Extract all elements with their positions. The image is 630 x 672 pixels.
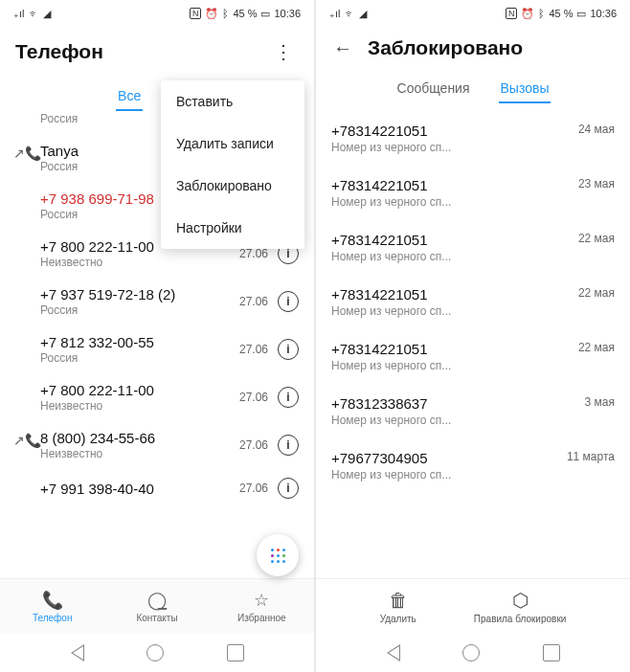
blocked-date: 22 мая	[578, 286, 615, 300]
blocked-item[interactable]: +78314221051 Номер из черного сп... 24 м…	[316, 111, 630, 166]
blocked-date: 3 мая	[585, 395, 615, 409]
battery-percent: 45 %	[549, 8, 573, 19]
blocked-item[interactable]: +78312338637 Номер из черного сп... 3 ма…	[316, 384, 630, 438]
call-region: Неизвестно	[40, 447, 239, 460]
call-item[interactable]: +7 937 519-72-18 (2) Россия 27.06 i	[0, 278, 314, 325]
info-button[interactable]: i	[278, 387, 299, 408]
menu-delete-records[interactable]: Удалить записи	[161, 123, 304, 165]
phone-screen-right: ₊ıl ᯤ ◢ N ⏰ ᛒ 45 % ▭ 10:36 ← Заблокирова…	[316, 0, 630, 672]
blocked-reason: Номер из черного сп...	[331, 414, 585, 427]
blocked-reason: Номер из черного сп...	[331, 359, 578, 372]
dialpad-fab[interactable]	[257, 534, 299, 576]
phone-screen-left: ₊ıl ᯤ ◢ N ⏰ ᛒ 45 % ▭ 10:36 Телефон ⋮ Все…	[0, 0, 314, 672]
call-number: +7 812 332-00-55	[40, 334, 239, 350]
call-date: 27.06	[239, 343, 268, 356]
nav-favorites[interactable]: ☆ Избранное	[210, 579, 314, 634]
blocked-list[interactable]: +78314221051 Номер из черного сп... 24 м…	[316, 103, 630, 578]
menu-paste[interactable]: Вставить	[161, 80, 304, 123]
blocked-item[interactable]: +79677304905 Номер из черного сп... 11 м…	[316, 438, 630, 493]
status-bar: ₊ıl ᯤ ◢ N ⏰ ᛒ 45 % ▭ 10:36	[316, 0, 630, 27]
call-number: +7 991 398-40-40	[40, 481, 239, 497]
blocked-item[interactable]: +78314221051 Номер из черного сп... 22 м…	[316, 329, 630, 384]
blocked-item[interactable]: +78314221051 Номер из черного сп... 22 м…	[316, 275, 630, 329]
star-icon: ☆	[254, 590, 269, 611]
clock: 10:36	[590, 8, 617, 19]
call-region: Неизвестно	[40, 256, 239, 269]
rules-label: Правила блокировки	[474, 614, 567, 624]
blocked-reason: Номер из черного сп...	[331, 141, 578, 154]
blocked-date: 11 марта	[567, 450, 615, 463]
alarm-icon: ⏰	[521, 8, 534, 20]
nav-phone[interactable]: 📞 Телефон	[0, 579, 104, 634]
call-date: 27.06	[239, 391, 268, 404]
rules-icon: ⬡	[512, 589, 529, 612]
info-button[interactable]: i	[278, 478, 299, 499]
rules-action[interactable]: ⬡ Правила блокировки	[474, 589, 567, 624]
call-date: 27.06	[239, 295, 268, 308]
sys-back-button[interactable]	[386, 644, 399, 661]
blocked-number: +78314221051	[331, 123, 578, 139]
call-item[interactable]: +7 812 332-00-55 Россия 27.06 i	[0, 325, 314, 373]
info-button[interactable]: i	[278, 435, 299, 456]
delete-action[interactable]: 🗑 Удалить	[380, 590, 416, 624]
call-date: 27.06	[239, 482, 268, 495]
tab-messages[interactable]: Сообщения	[395, 75, 472, 103]
nav-contacts[interactable]: ◯̲ Контакты	[104, 579, 209, 634]
outgoing-call-icon: ↗📞	[13, 433, 41, 448]
nav-phone-label: Телефон	[33, 613, 72, 623]
wifi-icon: ᯤ	[29, 8, 39, 19]
blocked-number: +78314221051	[331, 286, 578, 302]
blocked-date: 24 мая	[578, 123, 615, 136]
battery-icon: ▭	[260, 8, 270, 20]
back-button[interactable]: ←	[331, 37, 354, 59]
blocked-date: 22 мая	[578, 341, 615, 354]
tab-all[interactable]: Все	[116, 82, 143, 111]
outgoing-call-icon: ↗📞	[13, 146, 41, 161]
blocked-date: 23 мая	[578, 177, 615, 190]
blocked-item[interactable]: +78314221051 Номер из черного сп... 23 м…	[316, 166, 630, 220]
wifi-icon: ᯤ	[345, 8, 355, 19]
bottom-nav: 📞 Телефон ◯̲ Контакты ☆ Избранное	[0, 578, 314, 634]
system-nav	[316, 634, 630, 672]
nav-contacts-label: Контакты	[136, 613, 177, 623]
call-item[interactable]: +7 991 398-40-40 27.06 i	[0, 469, 314, 507]
menu-blocked[interactable]: Заблокировано	[161, 165, 304, 207]
call-number: 8 (800) 234-55-66	[40, 430, 239, 446]
menu-settings[interactable]: Настройки	[161, 207, 304, 249]
call-date: 27.06	[239, 438, 268, 452]
alarm-icon: ⏰	[205, 8, 218, 20]
clock: 10:36	[274, 8, 301, 19]
info-button[interactable]: i	[278, 339, 299, 360]
sys-recent-button[interactable]	[227, 644, 244, 661]
contacts-icon: ◯̲	[147, 590, 167, 611]
signal-icon: ₊ıl	[329, 8, 341, 20]
page-title: Заблокировано	[368, 36, 615, 59]
call-item[interactable]: ↗📞 8 (800) 234-55-66 Неизвестно 27.06 i	[0, 421, 314, 469]
call-item[interactable]: +7 800 222-11-00 Неизвестно 27.06 i	[0, 373, 314, 421]
blocked-number: +78314221051	[331, 232, 578, 248]
blocked-date: 22 мая	[578, 232, 615, 245]
call-date: 27.06	[239, 247, 268, 260]
blocked-reason: Номер из черного сп...	[331, 195, 578, 209]
bluetooth-icon: ᛒ	[538, 8, 545, 19]
sys-home-button[interactable]	[462, 644, 480, 661]
blocked-number: +79677304905	[331, 450, 567, 466]
sys-back-button[interactable]	[70, 644, 83, 661]
page-title: Телефон	[15, 40, 255, 63]
sys-recent-button[interactable]	[543, 644, 560, 661]
delete-label: Удалить	[380, 614, 416, 624]
blocked-number: +78314221051	[331, 341, 578, 357]
blocked-item[interactable]: +78314221051 Номер из черного сп... 22 м…	[316, 220, 630, 275]
blocked-number: +78314221051	[331, 177, 578, 193]
battery-icon: ▭	[576, 8, 586, 20]
more-menu-button[interactable]: ⋮	[268, 36, 299, 67]
sys-home-button[interactable]	[146, 644, 164, 661]
tab-calls[interactable]: Вызовы	[499, 75, 551, 103]
info-button[interactable]: i	[278, 291, 299, 312]
nfc-icon: N	[190, 8, 202, 19]
call-region: Россия	[40, 351, 239, 365]
telegram-icon: ◢	[359, 8, 367, 20]
blocked-reason: Номер из черного сп...	[331, 468, 567, 482]
header: ← Заблокировано	[316, 27, 630, 63]
blocked-reason: Номер из черного сп...	[331, 304, 578, 318]
